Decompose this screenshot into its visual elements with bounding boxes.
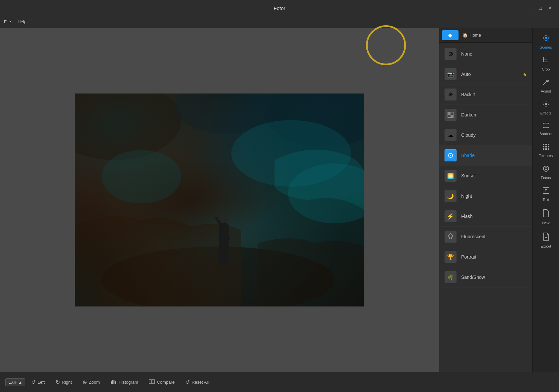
svg-point-22 [547,36,548,37]
compare-button[interactable]: Compare [144,377,179,387]
tool-textures[interactable]: Textures [534,140,558,161]
tool-new[interactable]: New [534,206,558,228]
zoom-icon: ⊕ [83,379,87,385]
svg-point-20 [543,36,544,37]
right-rotate-button[interactable]: ↻ Right [51,377,77,387]
scene-item-sand-snow[interactable]: 🌴 Sand/Snow [439,267,532,288]
main-layout: ◆ 🏠 Home ⊘ None 📷 Auto ★ [0,28,559,372]
tool-scenes[interactable]: Scenes [534,31,558,53]
svg-rect-31 [543,144,544,145]
svg-point-16 [545,35,547,36]
tool-focus[interactable]: Focus [534,162,558,183]
svg-rect-32 [545,144,547,145]
export-tool-icon [542,232,550,243]
scene-item-sunset[interactable]: 🌅 Sunset [439,166,532,186]
menu-file[interactable]: File [4,19,11,24]
left-rotate-button[interactable]: ↺ Left [27,377,50,387]
histogram-icon [110,379,116,385]
tool-label-effects: Effects [540,111,551,115]
svg-point-29 [548,104,549,105]
exif-button[interactable]: EXIF ▲ [5,378,25,386]
scene-icon-darken [445,109,457,121]
tool-label-textures: Textures [539,154,553,158]
svg-rect-35 [545,146,547,147]
zoom-button[interactable]: ⊕ Zoom [78,377,104,387]
scene-label-darken: Darken [461,112,476,117]
scene-icon-fluorescent [445,231,457,243]
scene-item-fluorescent[interactable]: Fluorescent [439,227,532,247]
scene-item-none[interactable]: ⊘ None [439,44,532,64]
minimize-button[interactable]: ─ [527,5,534,11]
effects-tool-icon [542,100,550,109]
scenes-list[interactable]: ⊘ None 📷 Auto ★ ✳ Backlit [439,43,532,372]
tool-label-scenes: Scenes [540,45,552,49]
svg-rect-39 [548,148,549,150]
menu-help[interactable]: Help [18,19,27,24]
home-icon-tab: 🏠 [463,33,468,38]
scene-item-portrait[interactable]: 🏆 Portrait [439,247,532,267]
svg-rect-45 [112,380,113,384]
svg-rect-24 [547,80,548,82]
title-bar: Fotor ─ □ ✕ [0,0,559,16]
canvas-area [0,28,439,372]
svg-rect-44 [111,381,112,384]
scene-icon-sunset: 🌅 [445,170,457,182]
svg-rect-36 [548,146,549,147]
tool-export[interactable]: Export [534,229,558,252]
svg-point-25 [545,103,547,105]
bottom-toolbar: EXIF ▲ ↺ Left ↻ Right ⊕ Zoom Histogram C… [0,372,559,392]
right-rotate-label: Right [62,380,72,385]
scene-item-auto[interactable]: 📷 Auto ★ [439,64,532,85]
svg-point-28 [543,104,544,105]
svg-rect-46 [113,380,114,384]
svg-rect-9 [451,115,453,117]
new-tool-icon [542,209,550,219]
tool-adjust[interactable]: Adjust [534,75,558,97]
svg-rect-33 [548,144,549,145]
scene-icon-auto: 📷 [445,68,457,80]
svg-point-18 [543,37,544,39]
scene-icon-night: 🌙 [445,190,457,202]
scene-item-night[interactable]: 🌙 Night [439,186,532,206]
scene-item-flash[interactable]: ⚡ Flash [439,206,532,227]
tab-home-button[interactable]: 🏠 Home [460,31,484,39]
tool-effects[interactable]: Effects [534,97,558,118]
tools-sidebar: Scenes Crop [532,28,559,372]
tool-crop[interactable]: Crop [534,53,558,75]
tool-label-focus: Focus [541,176,551,180]
figure [214,200,234,267]
left-rotate-icon: ↺ [31,379,36,385]
tool-text[interactable]: T Text [534,184,558,205]
scene-label-flash: Flash [461,214,472,219]
svg-point-26 [545,101,546,102]
svg-rect-49 [152,380,154,384]
scene-icon-portrait: 🏆 [445,251,457,263]
svg-point-0 [75,94,181,160]
svg-point-15 [545,37,547,39]
scene-label-night: Night [461,193,472,199]
reset-icon: ↺ [185,379,190,385]
scene-icon-sand-snow: 🌴 [445,271,457,283]
tool-borders[interactable]: Borders [534,119,558,139]
adjust-tool-icon [542,79,550,88]
histogram-label: Histogram [118,380,138,385]
tab-diamond[interactable]: ◆ [442,30,459,40]
scene-item-cloudy[interactable]: ☁ Cloudy [439,125,532,145]
histogram-button[interactable]: Histogram [106,377,143,387]
svg-point-4 [101,150,181,203]
svg-rect-37 [543,148,544,150]
reset-label: Reset All [192,380,209,385]
tool-label-text: Text [542,198,549,202]
zoom-label: Zoom [89,380,100,385]
scene-item-shade[interactable]: Shade [439,145,532,166]
svg-point-12 [450,155,451,156]
svg-point-19 [548,37,549,39]
reset-all-button[interactable]: ↺ Reset All [181,377,213,387]
close-button[interactable]: ✕ [547,5,554,11]
svg-rect-34 [543,146,544,147]
scene-item-backlit[interactable]: ✳ Backlit [439,85,532,105]
compare-icon [149,379,155,385]
scene-item-darken[interactable]: Darken [439,105,532,125]
svg-rect-30 [543,123,549,128]
maximize-button[interactable]: □ [537,5,544,11]
